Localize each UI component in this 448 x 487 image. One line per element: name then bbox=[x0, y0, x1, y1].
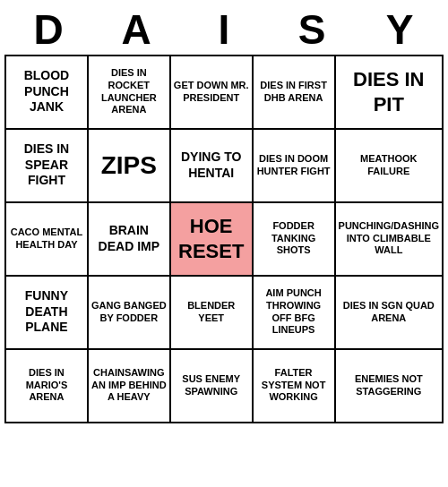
bingo-cell-20: DIES IN MARIO'S ARENA bbox=[6, 350, 89, 423]
bingo-cell-3: DIES IN FIRST DHB ARENA bbox=[254, 56, 336, 130]
bingo-cell-4: DIES IN PIT bbox=[336, 56, 444, 130]
bingo-cell-1: DIES IN ROCKET LAUNCHER ARENA bbox=[89, 56, 171, 130]
bingo-cell-18: AIM PUNCH THROWING OFF BFG LINEUPS bbox=[254, 277, 336, 350]
cell-text-23: FALTER SYSTEM NOT WORKING bbox=[256, 367, 332, 404]
bingo-card: DAISY BLOOD PUNCH JANKDIES IN ROCKET LAU… bbox=[4, 5, 444, 423]
cell-text-18: AIM PUNCH THROWING OFF BFG LINEUPS bbox=[256, 287, 332, 337]
cell-text-2: GET DOWN MR. PRESIDENT bbox=[174, 80, 249, 105]
bingo-cell-14: PUNCHING/DASHING INTO CLIMBABLE WALL bbox=[336, 203, 444, 277]
cell-text-24: ENEMIES NOT STAGGERING bbox=[339, 373, 439, 398]
bingo-cell-6: ZIPS bbox=[89, 130, 171, 203]
cell-text-21: CHAINSAWING AN IMP BEHIND A HEAVY bbox=[91, 367, 167, 404]
cell-text-3: DIES IN FIRST DHB ARENA bbox=[256, 80, 332, 105]
cell-text-8: DIES IN DOOM HUNTER FIGHT bbox=[256, 153, 332, 178]
bingo-cell-13: FODDER TANKING SHOTS bbox=[254, 203, 336, 277]
bingo-grid: BLOOD PUNCH JANKDIES IN ROCKET LAUNCHER … bbox=[4, 55, 444, 423]
bingo-cell-23: FALTER SYSTEM NOT WORKING bbox=[254, 350, 336, 423]
cell-text-20: DIES IN MARIO'S ARENA bbox=[9, 367, 84, 404]
bingo-cell-16: GANG BANGED BY FODDER bbox=[89, 277, 171, 350]
bingo-cell-10: CACO MENTAL HEALTH DAY bbox=[6, 203, 89, 277]
header-letter-s: S bbox=[268, 5, 356, 55]
header-letter-i: I bbox=[180, 5, 268, 55]
cell-text-1: DIES IN ROCKET LAUNCHER ARENA bbox=[91, 67, 167, 116]
cell-text-12: HOE RESET bbox=[174, 214, 249, 263]
bingo-cell-21: CHAINSAWING AN IMP BEHIND A HEAVY bbox=[89, 350, 171, 423]
bingo-cell-19: DIES IN SGN QUAD ARENA bbox=[336, 277, 444, 350]
cell-text-16: GANG BANGED BY FODDER bbox=[91, 300, 167, 325]
cell-text-19: DIES IN SGN QUAD ARENA bbox=[339, 300, 439, 325]
cell-text-15: FUNNY DEATH PLANE bbox=[9, 288, 84, 336]
cell-text-13: FODDER TANKING SHOTS bbox=[256, 220, 332, 257]
bingo-cell-22: SUS ENEMY SPAWNING bbox=[171, 350, 254, 423]
cell-text-4: DIES IN PIT bbox=[339, 67, 439, 116]
bingo-cell-8: DIES IN DOOM HUNTER FIGHT bbox=[254, 130, 336, 203]
cell-text-5: DIES IN SPEAR FIGHT bbox=[9, 141, 84, 189]
bingo-cell-9: MEATHOOK FAILURE bbox=[336, 130, 444, 203]
cell-text-14: PUNCHING/DASHING INTO CLIMBABLE WALL bbox=[339, 220, 439, 257]
cell-text-0: BLOOD PUNCH JANK bbox=[9, 68, 84, 115]
bingo-cell-15: FUNNY DEATH PLANE bbox=[6, 277, 89, 350]
bingo-cell-11: BRAIN DEAD IMP bbox=[89, 203, 171, 277]
cell-text-22: SUS ENEMY SPAWNING bbox=[174, 373, 249, 398]
bingo-cell-0: BLOOD PUNCH JANK bbox=[6, 56, 89, 130]
header-letter-y: Y bbox=[356, 5, 444, 55]
bingo-cell-12: HOE RESET bbox=[171, 203, 254, 277]
bingo-cell-2: GET DOWN MR. PRESIDENT bbox=[171, 56, 254, 130]
bingo-cell-24: ENEMIES NOT STAGGERING bbox=[336, 350, 444, 423]
header-row: DAISY bbox=[4, 5, 444, 55]
bingo-cell-7: DYING TO HENTAI bbox=[171, 130, 254, 203]
bingo-cell-17: BLENDER YEET bbox=[171, 277, 254, 350]
bingo-cell-5: DIES IN SPEAR FIGHT bbox=[6, 130, 89, 203]
header-letter-d: D bbox=[4, 5, 92, 55]
cell-text-11: BRAIN DEAD IMP bbox=[91, 223, 167, 254]
cell-text-6: ZIPS bbox=[101, 150, 157, 181]
cell-text-10: CACO MENTAL HEALTH DAY bbox=[9, 226, 84, 252]
cell-text-7: DYING TO HENTAI bbox=[174, 150, 249, 181]
cell-text-17: BLENDER YEET bbox=[174, 300, 249, 325]
cell-text-9: MEATHOOK FAILURE bbox=[339, 153, 439, 178]
header-letter-a: A bbox=[92, 5, 180, 55]
